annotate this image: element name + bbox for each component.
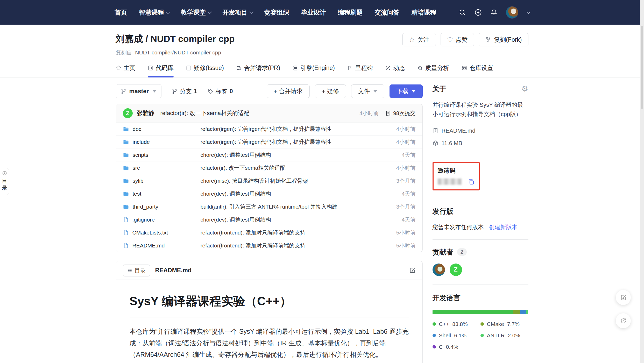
file-commit-time: 3个月前 bbox=[396, 177, 416, 184]
file-commit-message[interactable]: refactor(irgen): 完善irgen代码和文档，提升扩展兼容性 bbox=[201, 138, 396, 146]
file-name[interactable]: src bbox=[123, 165, 201, 171]
new-issue-button[interactable]: + 疑修 bbox=[315, 84, 346, 98]
scrollbar-track[interactable] bbox=[640, 0, 644, 363]
contributor-avatar[interactable] bbox=[433, 264, 445, 276]
tab-activity[interactable]: 动态 bbox=[385, 64, 405, 77]
legend-dot bbox=[480, 334, 484, 337]
nav-item-home[interactable]: 首页 bbox=[115, 8, 127, 17]
table-row[interactable]: third_party build(antlr): 引入第三方 ANTLR4 r… bbox=[116, 200, 422, 213]
legend-dot bbox=[433, 334, 436, 337]
table-row[interactable]: doc refactor(irgen): 完善irgen代码和文档，提升扩展兼容… bbox=[116, 122, 422, 135]
sidebar-readme-link[interactable]: README.md bbox=[433, 127, 528, 134]
file-name[interactable]: README.md bbox=[123, 243, 201, 249]
tags-link[interactable]: 标签0 bbox=[208, 87, 233, 95]
file-commit-time: 4小时前 bbox=[396, 138, 416, 146]
table-row[interactable]: include refactor(irgen): 完善irgen代码和文档，提升… bbox=[116, 135, 422, 148]
user-avatar[interactable] bbox=[506, 6, 518, 19]
commit-message[interactable]: refactor(ir): 改一下sema相关的适配 bbox=[160, 109, 249, 117]
table-row[interactable]: test chore(dev): 调整test用例结构 4天前 bbox=[116, 187, 422, 200]
tab-code[interactable]: 代码库 bbox=[148, 64, 174, 77]
toc-button[interactable]: 目录 bbox=[123, 265, 150, 276]
gear-icon[interactable]: ⚙ bbox=[521, 85, 528, 93]
file-commit-time: 4天前 bbox=[402, 151, 416, 159]
forked-from-link[interactable]: NUDT compiler/NUDT compiler cpp bbox=[135, 49, 221, 55]
file-name[interactable]: include bbox=[123, 139, 201, 145]
file-commit-time: 4天前 bbox=[402, 216, 416, 223]
commit-author[interactable]: 张雅静 bbox=[137, 109, 155, 117]
table-row[interactable]: src refactor(ir): 改一下sema相关的适配 4小时前 bbox=[116, 161, 422, 174]
tab-home[interactable]: 主页 bbox=[116, 64, 136, 77]
fork-button[interactable]: 复刻(Fork) bbox=[479, 33, 528, 46]
branch-selector[interactable]: master bbox=[116, 84, 161, 98]
nav-item-dev-projects[interactable]: 开发项目 bbox=[223, 8, 252, 17]
feedback-fab[interactable] bbox=[616, 290, 631, 305]
file-commit-message[interactable]: refactor(irgen): 完善irgen代码和文档，提升扩展兼容性 bbox=[201, 125, 396, 133]
watch-button[interactable]: ☆ 关注 bbox=[402, 33, 436, 46]
file-name[interactable]: third_party bbox=[123, 204, 201, 210]
file-commit-message[interactable]: chore(dev): 调整test用例结构 bbox=[201, 216, 402, 223]
table-row[interactable]: CMakeLists.txt refactor(frontend): 添加对只编… bbox=[116, 226, 422, 239]
download-button[interactable]: 下载 bbox=[390, 84, 423, 98]
create-release-link[interactable]: 创建新版本 bbox=[489, 223, 518, 231]
tab-milestones[interactable]: 里程碑 bbox=[347, 64, 373, 77]
nav-item-training[interactable]: 精培课程 bbox=[412, 8, 436, 17]
file-commit-message[interactable]: chore(misc): 按目录结构设计初始化工程骨架 bbox=[201, 177, 396, 184]
table-row[interactable]: .gitignore chore(dev): 调整test用例结构 4天前 bbox=[116, 213, 422, 226]
search-icon[interactable] bbox=[459, 9, 466, 16]
contributor-avatar[interactable]: Z bbox=[450, 264, 462, 276]
nav-item-qa[interactable]: 交流问答 bbox=[375, 8, 400, 17]
chevron-down-icon bbox=[412, 90, 416, 92]
tab-issues[interactable]: 疑修(Issue) bbox=[186, 64, 224, 77]
nav-item-graduation[interactable]: 毕业设计 bbox=[301, 8, 326, 17]
edit-icon[interactable] bbox=[409, 267, 416, 274]
file-name[interactable]: CMakeLists.txt bbox=[123, 230, 201, 236]
commits-count-link[interactable]: 98次提交 bbox=[385, 110, 415, 117]
file-name[interactable]: scripts bbox=[123, 152, 201, 158]
branch-icon bbox=[172, 88, 178, 94]
file-name[interactable]: test bbox=[123, 191, 201, 197]
like-button[interactable]: ♡ 点赞 bbox=[441, 33, 474, 46]
language-bar-segment bbox=[528, 310, 528, 314]
bell-icon[interactable] bbox=[490, 9, 498, 16]
branches-link[interactable]: 分支1 bbox=[172, 87, 197, 95]
file-commit-message[interactable]: refactor(frontend): 添加对只编译前端的支持 bbox=[201, 242, 396, 249]
fork-icon bbox=[485, 37, 491, 43]
file-name[interactable]: .gitignore bbox=[123, 217, 201, 223]
list-icon bbox=[127, 268, 132, 273]
file-commit-time: 4小时前 bbox=[396, 125, 416, 133]
new-pr-button[interactable]: + 合并请求 bbox=[267, 84, 310, 98]
commit-author-avatar[interactable]: Z bbox=[123, 108, 133, 118]
files-dropdown-button[interactable]: 文件 bbox=[351, 84, 384, 98]
chevron-down-icon bbox=[152, 90, 157, 92]
forked-from-label: 复刻自 bbox=[116, 49, 132, 55]
nav-item-smart-courses[interactable]: 智慧课程 bbox=[139, 8, 169, 17]
file-commit-message[interactable]: refactor(ir): 改一下sema相关的适配 bbox=[201, 164, 396, 172]
scrollbar-thumb[interactable] bbox=[641, 26, 643, 109]
copy-icon[interactable] bbox=[468, 178, 475, 185]
legend-item: ANTLR2.0% bbox=[480, 332, 528, 339]
invite-code-box: 邀请码 bbox=[433, 162, 480, 190]
nav-item-competition[interactable]: 竞赛组织 bbox=[264, 8, 289, 17]
file-commit-message[interactable]: refactor(frontend): 添加对只编译前端的支持 bbox=[201, 229, 396, 236]
tab-quality-analysis[interactable]: 质量分析 bbox=[417, 64, 449, 77]
branch-icon bbox=[121, 88, 127, 94]
nav-item-coding-practice[interactable]: 编程刷题 bbox=[338, 8, 363, 17]
feedback-icon bbox=[620, 294, 627, 301]
share-fab[interactable] bbox=[616, 313, 631, 328]
floating-toc-tab[interactable]: 目录 bbox=[0, 168, 9, 195]
file-commit-message[interactable]: chore(dev): 调整test用例结构 bbox=[201, 190, 402, 197]
table-row[interactable]: scripts chore(dev): 调整test用例结构 4天前 bbox=[116, 148, 422, 161]
file-name[interactable]: sylib bbox=[123, 178, 201, 184]
contributors-count-badge: 2 bbox=[457, 248, 467, 256]
file-commit-message[interactable]: build(antlr): 引入第三方 ANTLR4 runtime/tool … bbox=[201, 203, 396, 210]
table-row[interactable]: sylib chore(misc): 按目录结构设计初始化工程骨架 3个月前 bbox=[116, 174, 422, 187]
nav-item-classroom[interactable]: 教学课堂 bbox=[181, 8, 211, 17]
tab-engine[interactable]: 引擎(Engine) bbox=[293, 64, 335, 77]
table-row[interactable]: README.md refactor(frontend): 添加对只编译前端的支… bbox=[116, 239, 422, 252]
tab-repo-settings[interactable]: 仓库设置 bbox=[462, 64, 493, 77]
about-title: 关于 bbox=[433, 84, 447, 94]
tab-pull-requests[interactable]: 合并请求(PR) bbox=[236, 64, 280, 77]
file-commit-message[interactable]: chore(dev): 调整test用例结构 bbox=[201, 151, 402, 159]
file-name[interactable]: doc bbox=[123, 126, 201, 132]
plus-circle-icon[interactable] bbox=[474, 9, 482, 16]
